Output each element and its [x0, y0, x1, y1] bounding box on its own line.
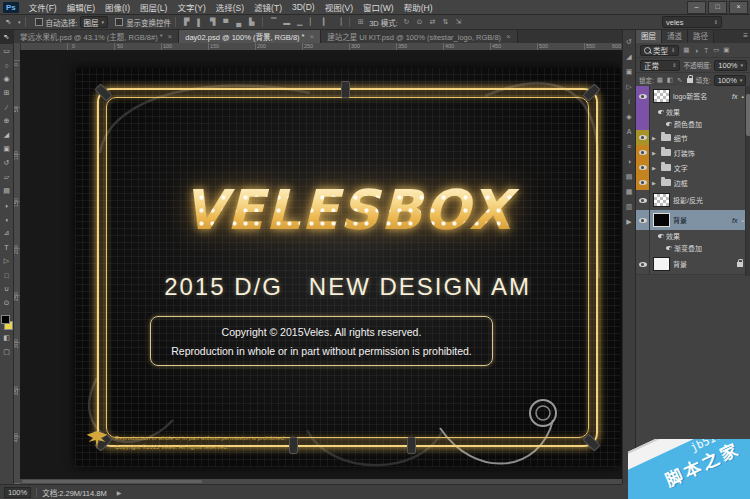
- auto-select-target-dropdown[interactable]: 图层▾: [80, 16, 109, 28]
- distribute-vertical-icon[interactable]: ▬: [281, 17, 292, 28]
- menu-layer[interactable]: 图层(L): [135, 1, 172, 13]
- scrollbar-thumb[interactable]: [22, 480, 202, 483]
- align-right-edges-icon[interactable]: ▜: [207, 17, 218, 28]
- menu-window[interactable]: 窗口(W): [358, 1, 399, 13]
- collapse-fx-icon[interactable]: ▴: [741, 93, 744, 99]
- menu-image[interactable]: 图像(I): [100, 1, 135, 13]
- gradient-tool[interactable]: ▤: [0, 184, 13, 198]
- layer-row-background-locked[interactable]: 背景: [636, 254, 746, 275]
- collapse-fx-icon[interactable]: ▴: [741, 217, 744, 223]
- visibility-eye-icon[interactable]: [639, 94, 647, 99]
- tab-close-icon[interactable]: ×: [168, 32, 173, 41]
- menu-edit[interactable]: 编辑(E): [62, 1, 100, 13]
- align-left-edges-icon[interactable]: ▛: [181, 17, 192, 28]
- tab-channels[interactable]: 通道: [662, 30, 688, 43]
- tab-close-icon[interactable]: ×: [506, 32, 511, 41]
- menu-3d[interactable]: 3D(D): [287, 2, 320, 12]
- pen-tool[interactable]: ⊿: [0, 226, 13, 240]
- swatches-panel-icon[interactable]: ▦: [623, 184, 635, 199]
- info-panel-icon[interactable]: i: [623, 94, 635, 109]
- document-tab-2-active[interactable]: day02.psd @ 100% (背景, RGB/8)* ×: [179, 30, 321, 43]
- tab-layers[interactable]: 图层: [636, 30, 662, 43]
- filter-adjustment-layers-icon[interactable]: ◑: [691, 45, 701, 55]
- tool-presets-panel-icon[interactable]: ▷: [623, 79, 635, 94]
- align-horizontal-centers-icon[interactable]: ▌: [194, 17, 205, 28]
- tab-close-icon[interactable]: ×: [310, 32, 315, 41]
- screen-mode-button[interactable]: ▢: [0, 345, 13, 359]
- show-transform-checkbox[interactable]: [115, 18, 123, 26]
- minimize-button[interactable]: –: [687, 1, 706, 14]
- properties-panel-icon[interactable]: ◈: [623, 109, 635, 124]
- effect-eye-icon[interactable]: [664, 119, 674, 129]
- workspace-switcher[interactable]: veles⇕: [662, 16, 722, 28]
- foreground-color-swatch[interactable]: [1, 315, 10, 324]
- align-top-edges-icon[interactable]: ▀: [220, 17, 231, 28]
- menu-type[interactable]: 文字(Y): [172, 1, 210, 13]
- hand-tool[interactable]: ∪: [0, 282, 13, 296]
- history-brush-tool[interactable]: ↺: [0, 156, 13, 170]
- adjustments-panel-icon[interactable]: ◑: [623, 154, 635, 169]
- color-panel-icon[interactable]: ▥: [623, 199, 635, 214]
- shape-tool[interactable]: □: [0, 268, 13, 282]
- paragraph-panel-icon[interactable]: ≡: [623, 139, 635, 154]
- fx-badge[interactable]: fx: [732, 217, 739, 224]
- status-options-arrow-icon[interactable]: ▶: [117, 489, 122, 496]
- tool-preset-caret-icon[interactable]: ▾: [18, 19, 21, 25]
- eraser-tool[interactable]: ▱: [0, 170, 13, 184]
- visibility-eye-icon[interactable]: [639, 262, 647, 267]
- visibility-eye-icon[interactable]: [639, 150, 647, 155]
- clone-source-panel-icon[interactable]: ▣: [623, 64, 635, 79]
- 3d-scale-icon[interactable]: ⇲: [453, 17, 464, 28]
- auto-align-layers-icon[interactable]: ⊞: [355, 17, 366, 28]
- visibility-eye-icon[interactable]: [639, 198, 647, 203]
- visibility-eye-icon[interactable]: [639, 165, 647, 170]
- brush-panel-icon[interactable]: ◢: [623, 49, 635, 64]
- align-vertical-centers-icon[interactable]: ▄: [233, 17, 244, 28]
- close-button[interactable]: ×: [729, 1, 748, 14]
- auto-select-checkbox[interactable]: [35, 18, 43, 26]
- blend-mode-dropdown[interactable]: 正常⇕: [640, 60, 680, 71]
- type-tool[interactable]: T: [0, 240, 13, 254]
- menu-select[interactable]: 选择(S): [211, 1, 249, 13]
- maximize-button[interactable]: □: [708, 1, 727, 14]
- group-row-border[interactable]: ▶ 边框: [636, 175, 746, 191]
- document-canvas[interactable]: VELESBOX 2015 D/G NEW DESIGN AM Copyrigh…: [75, 68, 620, 467]
- menu-filter[interactable]: 滤镜(T): [249, 1, 287, 13]
- 3d-roll-icon[interactable]: ⊙: [414, 17, 425, 28]
- menu-file[interactable]: 文件(F): [24, 1, 62, 13]
- filter-smart-objects-icon[interactable]: ▣: [721, 45, 731, 55]
- layer-thumbnail[interactable]: [653, 257, 670, 271]
- scrollbar-thumb[interactable]: [746, 94, 750, 136]
- marquee-tool[interactable]: ▭: [0, 44, 13, 58]
- clone-stamp-tool[interactable]: ▣: [0, 142, 13, 156]
- color-swatches[interactable]: [0, 313, 13, 331]
- distribute-horizontal-icon[interactable]: ▎: [320, 17, 331, 28]
- 3d-slide-icon[interactable]: ⇅: [440, 17, 451, 28]
- distribute-left-icon[interactable]: ▏: [307, 17, 318, 28]
- menu-view[interactable]: 视图(V): [320, 1, 358, 13]
- history-panel-icon[interactable]: ↺: [623, 34, 635, 49]
- distribute-top-icon[interactable]: ▔: [268, 17, 279, 28]
- opacity-dropdown[interactable]: 100%▾: [714, 60, 747, 71]
- zoom-level-field[interactable]: 100%: [4, 487, 31, 498]
- menu-help[interactable]: 帮助(H): [399, 1, 438, 13]
- character-panel-icon[interactable]: A: [623, 124, 635, 139]
- quick-mask-button[interactable]: ◧: [0, 331, 13, 345]
- layers-scrollbar[interactable]: [745, 86, 750, 276]
- visibility-eye-icon[interactable]: [639, 135, 647, 140]
- healing-brush-tool[interactable]: ⊕: [0, 114, 13, 128]
- tab-paths[interactable]: 路径: [688, 30, 714, 43]
- filter-shape-layers-icon[interactable]: ▭: [711, 45, 721, 55]
- group-row-text[interactable]: ▶ 文字: [636, 160, 746, 176]
- document-tab-3[interactable]: 建站之星 UI KIT.psd @ 100% (sitestar_logo, R…: [321, 30, 518, 43]
- lock-all-icon[interactable]: [685, 75, 695, 85]
- layer-row-shadow[interactable]: 投影/反光: [636, 190, 746, 211]
- expand-group-icon[interactable]: ▶: [652, 135, 656, 141]
- filter-type-dropdown[interactable]: 类型⇕: [640, 45, 679, 56]
- distribute-bottom-icon[interactable]: ▁: [294, 17, 305, 28]
- group-row-lights[interactable]: ▶ 灯装饰: [636, 145, 746, 161]
- expand-group-icon[interactable]: ▶: [652, 165, 656, 171]
- canvas-area[interactable]: VELESBOX 2015 D/G NEW DESIGN AM Copyrigh…: [20, 50, 622, 479]
- dodge-tool[interactable]: ◖: [0, 212, 13, 226]
- panel-menu-icon[interactable]: ≡: [740, 30, 750, 43]
